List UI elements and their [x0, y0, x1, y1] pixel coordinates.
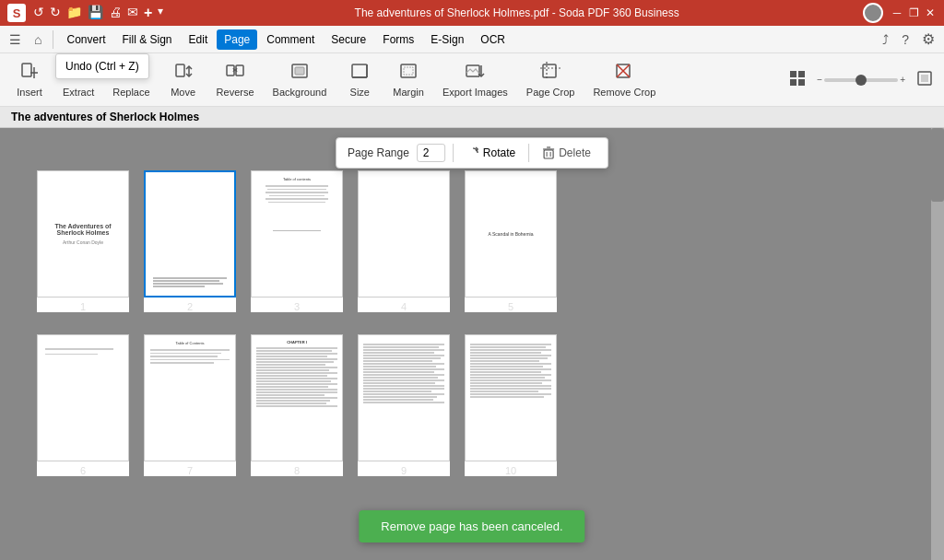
reverse-btn[interactable]: Reverse — [209, 58, 262, 101]
undo-tooltip-text: Undo (Ctrl + Z) — [65, 60, 139, 73]
new-title-btn[interactable]: + — [144, 5, 152, 21]
scroll-thumb[interactable] — [931, 128, 944, 202]
svg-rect-28 — [798, 71, 805, 77]
menu-bar: ☰ ⌂ Convert Fill & Sign Edit Page Commen… — [0, 26, 944, 53]
remove-crop-btn[interactable]: Remove Crop — [585, 58, 663, 101]
toast-message: Remove page has been canceled. — [381, 519, 562, 533]
window-title: The adventures of Sherlock Holmes.pdf - … — [171, 6, 863, 19]
scrollbar[interactable] — [931, 128, 944, 560]
menu-fillsign[interactable]: Fill & Sign — [115, 29, 180, 50]
page-thumb-9[interactable]: 9 — [358, 334, 450, 476]
ft-separator-1 — [453, 144, 454, 162]
toast-notification: Remove page has been canceled. — [359, 510, 584, 542]
svg-rect-13 — [295, 67, 304, 75]
menu-home[interactable]: ⌂ — [29, 29, 47, 51]
margin-icon — [398, 62, 419, 85]
settings-btn[interactable]: ⚙ — [916, 27, 940, 52]
export-images-btn[interactable]: Export Images — [435, 58, 515, 101]
page-thumb-8[interactable]: CHAPTER I 8 — [251, 334, 343, 476]
page-thumb-6[interactable]: 6 — [37, 334, 129, 476]
minimize-btn[interactable]: ─ — [891, 6, 903, 19]
open-title-btn[interactable]: 📁 — [66, 5, 82, 21]
background-btn[interactable]: Background — [266, 58, 335, 101]
title-bar: S ↺ ↻ 📁 💾 🖨 ✉ + ▾ The adventures of Sher… — [0, 0, 944, 26]
page-number-7: 7 — [187, 465, 193, 476]
save-title-btn[interactable]: 💾 — [88, 5, 103, 21]
page-thumb-3[interactable]: Table of contents 3 — [251, 170, 343, 312]
email-title-btn[interactable]: ✉ — [127, 5, 138, 21]
help-btn[interactable]: ? — [896, 29, 914, 51]
export-images-icon — [465, 62, 485, 85]
svg-rect-33 — [544, 150, 553, 158]
svg-rect-27 — [790, 71, 796, 77]
delete-btn[interactable]: Delete — [537, 144, 596, 162]
svg-rect-9 — [227, 65, 234, 76]
document-title: The adventures of Sherlock Holmes — [0, 107, 944, 128]
remove-crop-icon — [614, 62, 634, 85]
export-images-label: Export Images — [442, 87, 508, 98]
restore-btn[interactable]: ❐ — [907, 6, 920, 19]
user-avatar[interactable] — [863, 3, 883, 23]
svg-rect-21 — [543, 64, 556, 77]
svg-rect-30 — [798, 79, 805, 86]
move-label: Move — [171, 87, 195, 98]
more-title-btn[interactable]: ▾ — [158, 5, 163, 21]
insert-icon — [19, 62, 40, 85]
thumbnail-row-1: The Adventures of Sherlock Holmes Arthur… — [37, 170, 907, 312]
size-label: Size — [350, 87, 370, 98]
extract-label: Extract — [63, 87, 94, 98]
view-controls: − + — [785, 66, 937, 93]
main-content: Page Range 2 Rotate Delete The Adventure… — [0, 128, 944, 560]
insert-btn[interactable]: Insert — [7, 58, 52, 101]
size-btn[interactable]: Size — [337, 58, 382, 101]
svg-rect-17 — [401, 64, 416, 77]
svg-rect-10 — [236, 65, 243, 76]
menu-forms[interactable]: Forms — [375, 29, 421, 50]
menu-esign[interactable]: E-Sign — [423, 29, 471, 50]
menu-secure[interactable]: Secure — [324, 29, 373, 50]
insert-label: Insert — [17, 87, 42, 98]
page-thumb-2[interactable]: 2 — [144, 170, 236, 312]
svg-rect-7 — [176, 64, 184, 76]
redo-title-btn[interactable]: ↻ — [50, 5, 61, 21]
menu-comment[interactable]: Comment — [259, 29, 322, 50]
rotate-btn[interactable]: Rotate — [461, 144, 521, 162]
page-range-toolbar: Page Range 2 Rotate Delete — [336, 137, 608, 169]
svg-rect-18 — [404, 67, 413, 75]
print-title-btn[interactable]: 🖨 — [109, 5, 122, 21]
undo-title-btn[interactable]: ↺ — [33, 5, 44, 21]
svg-rect-0 — [22, 64, 31, 76]
grid-view-btn[interactable] — [785, 66, 809, 93]
menu-hamburger[interactable]: ☰ — [4, 29, 27, 51]
page-number-9: 9 — [401, 465, 407, 476]
delete-label: Delete — [559, 146, 591, 159]
menu-page[interactable]: Page — [217, 29, 257, 50]
menu-edit[interactable]: Edit — [182, 29, 216, 50]
svg-rect-32 — [921, 75, 928, 82]
page-thumb-5[interactable]: A Scandal in Bohemia 5 — [465, 170, 557, 312]
menu-convert[interactable]: Convert — [59, 29, 112, 50]
move-btn[interactable]: Move — [161, 58, 206, 101]
page-thumb-1[interactable]: The Adventures of Sherlock Holmes Arthur… — [37, 170, 129, 312]
remove-crop-label: Remove Crop — [593, 87, 655, 98]
page-range-select[interactable]: 2 — [417, 144, 445, 162]
svg-rect-29 — [790, 79, 796, 86]
background-label: Background — [273, 87, 327, 98]
page-thumb-10[interactable]: 10 — [465, 334, 557, 476]
zoom-slider[interactable] — [824, 78, 898, 82]
page-number-6: 6 — [80, 465, 86, 476]
page-number-10: 10 — [505, 465, 516, 476]
thumbnail-row-2: 6 Table of Contents 7 CHAPTER I — [37, 334, 907, 476]
page-crop-btn[interactable]: Page Crop — [519, 58, 583, 101]
page-thumb-4[interactable]: 4 — [358, 170, 450, 312]
close-btn[interactable]: ✕ — [924, 6, 937, 19]
page-number-5: 5 — [508, 301, 513, 312]
page-thumb-7[interactable]: Table of Contents 7 — [144, 334, 236, 476]
margin-btn[interactable]: Margin — [385, 58, 431, 101]
replace-label: Replace — [112, 87, 149, 98]
margin-label: Margin — [393, 87, 424, 98]
menu-ocr[interactable]: OCR — [473, 29, 513, 50]
page-number-2: 2 — [187, 301, 193, 312]
fit-page-btn[interactable] — [913, 66, 937, 93]
share-btn[interactable]: ⤴ — [877, 29, 894, 51]
